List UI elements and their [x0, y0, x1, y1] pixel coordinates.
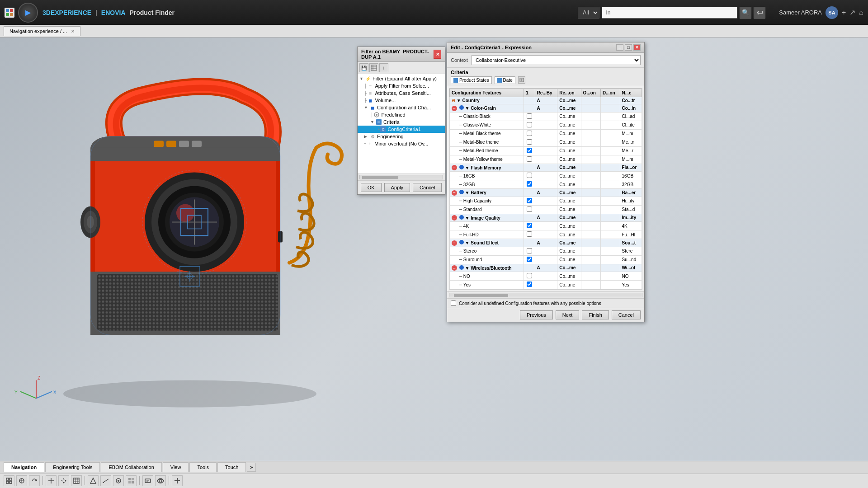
search-input[interactable]: [602, 7, 737, 19]
search-filter-select[interactable]: All: [578, 7, 599, 19]
cell-checkbox[interactable]: [524, 155, 535, 164]
minus-circle-icon4[interactable]: −: [452, 215, 457, 221]
expand-icon[interactable]: ▼: [457, 98, 461, 103]
user-avatar[interactable]: SA: [826, 6, 838, 19]
tab-view[interactable]: View: [163, 462, 189, 472]
previous-button[interactable]: Previous: [520, 310, 553, 319]
cell-checkbox[interactable]: [524, 281, 535, 289]
expand-icon2[interactable]: ▼: [465, 106, 470, 111]
tool-annotation-icon[interactable]: [142, 475, 153, 486]
finish-button[interactable]: Finish: [582, 310, 609, 319]
tab-navigation[interactable]: Navigation: [4, 462, 44, 472]
tree-item-attributes[interactable]: ├ ≡ Attributes, Case Sensiti...: [358, 89, 445, 97]
checkbox-standard[interactable]: [527, 206, 532, 212]
expand-icon6[interactable]: ▼: [465, 240, 470, 245]
filter-cancel-button[interactable]: Cancel: [413, 183, 442, 192]
checkbox-classic-black[interactable]: [527, 113, 532, 119]
filter-dialog-close[interactable]: ✕: [434, 50, 441, 59]
minus-circle-icon6[interactable]: −: [452, 265, 457, 271]
filter-save-icon[interactable]: 💾: [359, 63, 368, 72]
cell-checkbox[interactable]: [524, 146, 535, 155]
search-button[interactable]: 🔍: [740, 7, 751, 19]
tab-tools[interactable]: Tools: [189, 462, 217, 472]
tree-item-minor-overload[interactable]: + + Minor overload (No Ov...: [358, 140, 445, 147]
tree-item-engineering[interactable]: ▶ ⚙ Engineering: [358, 133, 445, 140]
checkbox-16gb[interactable]: [527, 173, 532, 178]
checkbox-surround[interactable]: [527, 257, 532, 262]
tool-select-icon[interactable]: [4, 475, 14, 486]
cell-checkbox[interactable]: [524, 138, 535, 146]
tag-button[interactable]: 🏷: [754, 7, 765, 19]
tab-close-icon[interactable]: ✕: [71, 29, 75, 34]
tool-explode-icon[interactable]: [126, 475, 137, 486]
main-tab[interactable]: Navigation experience / ... ✕: [4, 26, 80, 36]
expand-icon3[interactable]: ▼: [465, 165, 470, 170]
tool-move-icon[interactable]: [16, 475, 27, 486]
add-icon[interactable]: +: [842, 9, 846, 17]
compass-icon[interactable]: [18, 3, 38, 23]
cell-checkbox[interactable]: [524, 121, 535, 129]
criteria-badge-product-states[interactable]: Product States: [451, 76, 492, 84]
tree-item-criteria[interactable]: ▼ Criteria: [358, 118, 445, 126]
cell-checkbox[interactable]: [524, 247, 535, 255]
minus-circle-icon3[interactable]: −: [452, 190, 457, 196]
cell-checkbox[interactable]: [524, 172, 535, 180]
tool-snap-icon[interactable]: [113, 475, 124, 486]
checkbox-no[interactable]: [527, 273, 532, 278]
filter-apply-button[interactable]: Apply: [384, 183, 410, 192]
tab-ebom[interactable]: EBOM Collaboration: [101, 462, 161, 472]
more-tabs-btn[interactable]: »: [247, 463, 256, 472]
scroll-area[interactable]: [447, 291, 644, 298]
cell-checkbox[interactable]: [524, 197, 535, 205]
cell-checkbox[interactable]: [524, 255, 535, 264]
tool-zoom-icon[interactable]: [46, 475, 57, 486]
checkbox-metal-red[interactable]: [527, 148, 532, 153]
consider-undefined-checkbox[interactable]: [451, 300, 456, 306]
expand-icon4[interactable]: ▼: [465, 190, 470, 195]
tree-item-apply-filter[interactable]: ├ ≡ Apply Filter from Selec...: [358, 82, 445, 89]
filter-ok-button[interactable]: OK: [361, 183, 382, 192]
horizontal-scrollbar[interactable]: [449, 293, 642, 297]
tool-pan-icon[interactable]: [58, 475, 69, 486]
tool-visibility-icon[interactable]: [155, 475, 166, 486]
home-icon[interactable]: ⌂: [859, 9, 863, 17]
checkbox-metal-black[interactable]: [527, 131, 532, 136]
filter-table-icon[interactable]: [369, 63, 378, 72]
tree-item-volume[interactable]: ├ ◼ Volume...: [358, 97, 445, 104]
tree-item-config-change[interactable]: ▼ ◼ Configuration and Cha...: [358, 104, 445, 111]
checkbox-stereo[interactable]: [527, 248, 532, 253]
tree-item-predefined[interactable]: ├ Predefined: [358, 111, 445, 118]
cell-checkbox[interactable]: [524, 180, 535, 189]
checkbox-metal-yellow[interactable]: [527, 156, 532, 162]
context-select[interactable]: Collaborator-Executive: [472, 55, 641, 65]
config-table-area[interactable]: Configuration Features 1 Re...By Re...on…: [449, 88, 642, 290]
tree-item-config-criteria1[interactable]: └ C ConfigCriteria1: [358, 126, 445, 133]
scroll-thumb[interactable]: [454, 294, 508, 297]
criteria-add-btn[interactable]: [518, 76, 525, 84]
tool-section-icon[interactable]: [88, 475, 99, 486]
tool-rotate-icon[interactable]: [29, 475, 40, 486]
config-maximize-btn[interactable]: □: [625, 44, 632, 51]
cell-checkbox[interactable]: [524, 129, 535, 138]
cancel-button[interactable]: Cancel: [612, 310, 641, 319]
tool-extra-icon[interactable]: [172, 475, 183, 486]
checkbox-4k[interactable]: [527, 223, 532, 228]
tab-engineering-tools[interactable]: Engineering Tools: [45, 462, 100, 472]
expand-icon5[interactable]: ▼: [465, 216, 470, 221]
config-close-btn[interactable]: ✕: [633, 44, 641, 51]
next-button[interactable]: Next: [556, 310, 580, 319]
cell-checkbox[interactable]: [524, 205, 535, 214]
checkbox-classic-white[interactable]: [527, 122, 532, 127]
tool-measure-icon[interactable]: [100, 475, 111, 486]
minus-circle-icon2[interactable]: −: [452, 165, 457, 170]
checkbox-32gb[interactable]: [527, 181, 532, 187]
checkbox-metal-blue[interactable]: [527, 139, 532, 145]
criteria-badge-date[interactable]: Date: [495, 76, 515, 84]
config-minimize-btn[interactable]: _: [616, 44, 623, 51]
tab-touch[interactable]: Touch: [217, 462, 246, 472]
checkbox-high-capacity[interactable]: [527, 198, 532, 203]
tree-item-filter[interactable]: ▼ ⚡ Filter (Expand All after Apply): [358, 75, 445, 82]
filter-info-icon[interactable]: i: [379, 63, 388, 72]
cell-checkbox[interactable]: [524, 222, 535, 230]
tool-fit-icon[interactable]: [71, 475, 82, 486]
